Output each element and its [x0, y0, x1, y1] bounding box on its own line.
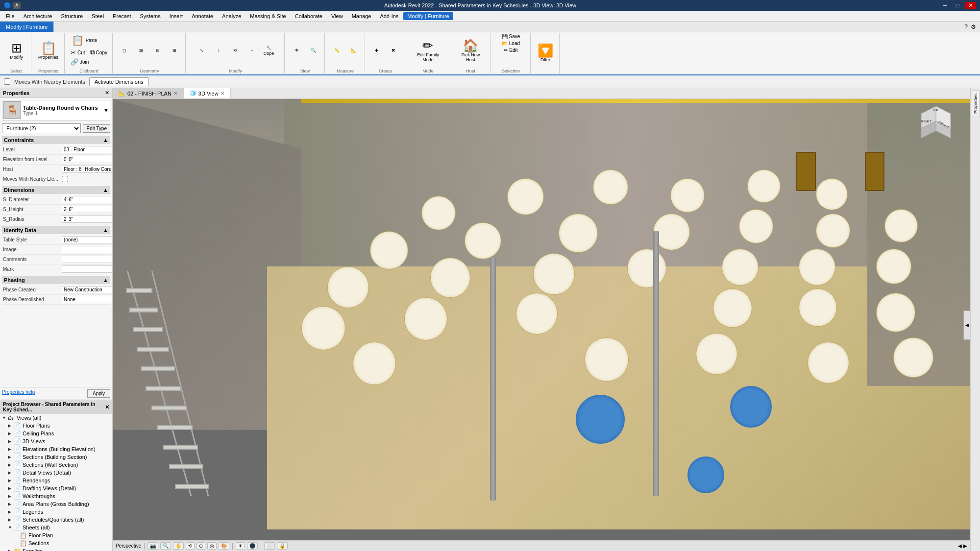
prop-mark-input[interactable] — [62, 265, 112, 273]
create-tool-1[interactable]: ✚ — [369, 47, 385, 54]
help-icon[interactable]: ? — [964, 24, 968, 30]
pb-sections-building[interactable]: ▶ 📄 Sections (Building Section) — [0, 453, 112, 461]
edit-selection-button[interactable]: ✏ Edit — [502, 47, 519, 53]
prop-moves-checkbox[interactable] — [62, 176, 68, 182]
nav-btn-camera[interactable]: 📷 — [147, 542, 158, 550]
menu-addins[interactable]: Add-Ins — [376, 12, 402, 20]
tab-3d-view[interactable]: 🧊 3D View ✕ — [184, 88, 231, 98]
moves-nearby-checkbox[interactable] — [4, 78, 10, 85]
nav-btn-render[interactable]: 🎨 — [219, 542, 229, 550]
measure-tool-1[interactable]: 📏 — [329, 47, 344, 54]
geometry-btn-1[interactable]: ◻ — [117, 47, 132, 54]
nav-btn-section[interactable]: ◎ — [207, 542, 217, 550]
modify-tool-3[interactable]: ⟲ — [227, 47, 243, 54]
pb-root-item[interactable]: ▼ 🗂 Views (all) — [0, 414, 112, 422]
edit-type-button[interactable]: Edit Type — [83, 124, 110, 133]
maximize-btn[interactable]: □ — [953, 2, 962, 9]
properties-button[interactable]: 📋 Properties — [35, 40, 61, 62]
nav-btn-lock[interactable]: 🔒 — [277, 542, 288, 550]
phasing-section-header[interactable]: Phasing ▲ — [2, 276, 110, 284]
cope-button[interactable]: 🔧 Cope — [261, 45, 276, 57]
properties-help-link[interactable]: Properties help — [2, 389, 35, 398]
edit-family-button[interactable]: ✏ Edit FamilyMode — [414, 37, 442, 64]
menu-architecture[interactable]: Architecture — [20, 12, 56, 20]
prop-phase-created-input[interactable] — [62, 286, 112, 293]
pb-schedules[interactable]: ▶ 📄 Schedules/Quantities (all) — [0, 516, 112, 524]
constraints-section-header[interactable]: Constraints ▲ — [2, 136, 110, 144]
pb-floor-plans[interactable]: ▶ 📄 Floor Plans — [0, 422, 112, 430]
menu-annotate[interactable]: Annotate — [188, 12, 217, 20]
pb-sections-wall[interactable]: ▶ 📄 Sections (Wall Section) — [0, 461, 112, 469]
minimize-btn[interactable]: ─ — [940, 2, 950, 9]
properties-close-icon[interactable]: ✕ — [105, 90, 109, 96]
pb-detail-views[interactable]: ▶ 📄 Detail Views (Detail) — [0, 469, 112, 477]
menu-manage[interactable]: Manage — [348, 12, 375, 20]
menu-systems[interactable]: Systems — [136, 12, 164, 20]
prop-diameter-input[interactable] — [62, 196, 112, 203]
prop-radius-input[interactable] — [62, 216, 112, 223]
dimensions-section-header[interactable]: Dimensions ▲ — [2, 186, 110, 194]
prop-image-input[interactable] — [62, 246, 112, 253]
prop-host-input[interactable] — [62, 166, 112, 173]
geometry-btn-2[interactable]: ⊠ — [133, 47, 149, 54]
ribbon-tab-modify[interactable]: Modify | Furniture — [0, 22, 54, 32]
menu-collaborate[interactable]: Collaborate — [291, 12, 326, 20]
pb-ceiling-plans[interactable]: ▶ 📄 Ceiling Plans — [0, 430, 112, 437]
paste-button[interactable]: 📋 Paste — [69, 33, 100, 47]
activate-dimensions-button[interactable]: Activate Dimensions — [89, 77, 149, 86]
pb-elevations[interactable]: ▶ 📄 Elevations (Building Elevation) — [0, 445, 112, 453]
right-panel-handle[interactable]: ◀ — [963, 311, 970, 340]
nav-btn-pan[interactable]: ✋ — [173, 542, 184, 550]
menu-insert[interactable]: Insert — [166, 12, 187, 20]
element-selector-arrow[interactable]: ▼ — [103, 107, 109, 113]
cut-button[interactable]: ✂ Cut — [69, 48, 87, 57]
nav-btn-orbit[interactable]: ⟲ — [186, 542, 195, 550]
create-tool-2[interactable]: ✖ — [386, 47, 401, 54]
pb-renderings[interactable]: ▶ 📄 Renderings — [0, 477, 112, 484]
menu-precast[interactable]: Precast — [109, 12, 135, 20]
pb-area-plans[interactable]: ▶ 📄 Area Plans (Gross Building) — [0, 500, 112, 508]
nav-btn-3d[interactable]: ⊙ — [196, 542, 205, 550]
menu-analyze[interactable]: Analyze — [218, 12, 245, 20]
pb-a2-sections[interactable]: 📋 Sections — [0, 539, 112, 547]
copy-button[interactable]: ⧉ Copy — [88, 48, 109, 57]
menu-view[interactable]: View — [327, 12, 347, 20]
pb-sheets[interactable]: ▼ 📄 Sheets (all) — [0, 524, 112, 531]
prop-phase-demolished-input[interactable] — [62, 296, 112, 303]
menu-modify-furniture[interactable]: Modify | Furniture — [403, 12, 453, 20]
menu-file[interactable]: File — [2, 12, 19, 20]
prop-elevation-input[interactable] — [62, 156, 112, 163]
pb-a1-floor-plan[interactable]: 📋 Floor Plan — [0, 531, 112, 539]
pb-3d-views[interactable]: ▶ 📄 3D Views — [0, 437, 112, 445]
viewcube[interactable]: TOP FRONT RIGHT — [916, 104, 956, 143]
3d-view-close[interactable]: ✕ — [220, 91, 224, 96]
prop-comments-input[interactable] — [62, 256, 112, 263]
nav-btn-zoom[interactable]: 🔍 — [160, 542, 171, 550]
nav-btn-sun[interactable]: ☀ — [236, 542, 245, 550]
view-tool-1[interactable]: 👁 — [289, 47, 304, 54]
pb-close-icon[interactable]: ✕ — [105, 404, 109, 410]
side-tab-1[interactable]: Properties — [972, 90, 980, 117]
close-btn[interactable]: ✕ — [965, 2, 976, 9]
geometry-btn-4[interactable]: ⊞ — [167, 47, 182, 54]
window-controls[interactable]: ─ □ ✕ — [940, 2, 976, 9]
prop-height-input[interactable] — [62, 206, 112, 213]
geometry-btn-3[interactable]: ⊟ — [150, 47, 166, 54]
menu-structure[interactable]: Structure — [57, 12, 87, 20]
nav-btn-crop[interactable]: ⬜ — [264, 542, 275, 550]
project-browser-header[interactable]: Project Browser - Shared Parameters in K… — [0, 400, 112, 414]
modify-button[interactable]: ⊞ Modify — [7, 40, 26, 62]
identity-data-section-header[interactable]: Identity Data ▲ — [2, 226, 110, 234]
finish-plan-close[interactable]: ✕ — [173, 91, 177, 96]
viewport[interactable]: TOP FRONT RIGHT ◀ Perspective 📷 🔍 ✋ ⟲ ⊙ … — [113, 99, 970, 551]
tab-finish-plan[interactable]: 📐 02 - FINISH PLAN ✕ — [113, 88, 184, 98]
modify-tool-1[interactable]: ⤡ — [194, 47, 210, 54]
pb-legends[interactable]: ▶ 📄 Legends — [0, 508, 112, 516]
pb-families[interactable]: ▶ 📁 Families — [0, 547, 112, 551]
menu-massing[interactable]: Massing & Site — [246, 12, 290, 20]
prop-table-style-input[interactable] — [62, 236, 112, 243]
prop-level-input[interactable] — [62, 146, 112, 153]
menu-steel[interactable]: Steel — [88, 12, 108, 20]
pb-walkthroughs[interactable]: ▶ 📄 Walkthroughs — [0, 492, 112, 500]
join-button[interactable]: 🔗 Join — [69, 58, 91, 66]
